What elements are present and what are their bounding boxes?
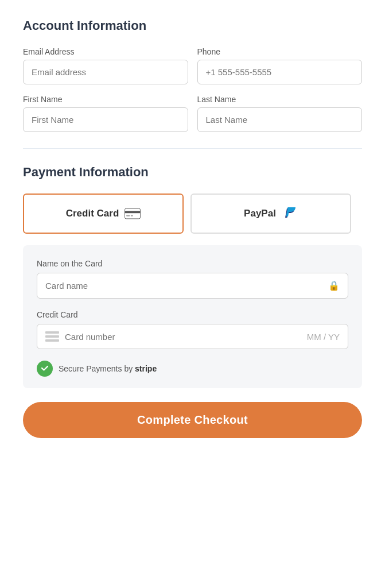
card-name-input-wrapper: 🔒 (37, 273, 348, 299)
card-stripes-icon (45, 331, 59, 342)
email-group: Email Address (23, 47, 188, 84)
paypal-tab-label: PayPal (244, 208, 276, 219)
section-divider (23, 148, 362, 149)
last-name-group: Last Name (197, 95, 363, 132)
payment-tabs: Credit Card PayPal (23, 194, 362, 234)
first-name-input[interactable] (23, 107, 188, 132)
phone-label: Phone (197, 47, 363, 56)
email-input[interactable] (23, 60, 188, 84)
svg-rect-2 (126, 215, 130, 216)
shield-icon (37, 361, 53, 377)
secure-text: Secure Payments by stripe (59, 364, 157, 373)
credit-card-tab-label: Credit Card (66, 208, 119, 219)
card-details-panel: Name on the Card 🔒 Credit Card MM / YY S… (23, 245, 362, 388)
card-stripe-2 (45, 335, 59, 338)
credit-card-tab[interactable]: Credit Card (23, 194, 184, 234)
card-name-input[interactable] (45, 281, 328, 291)
first-name-group: First Name (23, 95, 188, 132)
last-name-input[interactable] (197, 107, 363, 132)
complete-checkout-button[interactable]: Complete Checkout (23, 402, 362, 438)
stripe-brand: stripe (135, 364, 157, 373)
svg-rect-0 (125, 208, 141, 219)
card-number-input[interactable] (65, 332, 301, 342)
card-number-input-wrapper: MM / YY (37, 324, 348, 349)
last-name-label: Last Name (197, 95, 363, 104)
phone-group: Phone (197, 47, 363, 84)
card-name-group: Name on the Card 🔒 (37, 259, 348, 299)
card-stripe-3 (45, 339, 59, 342)
secure-badge: Secure Payments by stripe (37, 361, 348, 377)
phone-input[interactable] (197, 60, 363, 84)
svg-rect-3 (131, 215, 133, 216)
paypal-tab[interactable]: PayPal (190, 194, 351, 234)
name-row: First Name Last Name (23, 95, 362, 132)
lock-icon: 🔒 (328, 280, 340, 291)
svg-rect-1 (125, 211, 141, 213)
card-expiry-placeholder: MM / YY (307, 332, 340, 342)
card-name-label: Name on the Card (37, 259, 348, 268)
paypal-icon (282, 204, 298, 223)
account-section-title: Account Information (23, 18, 362, 33)
payment-section-title: Payment Information (23, 165, 362, 180)
first-name-label: First Name (23, 95, 188, 104)
card-stripe-1 (45, 331, 59, 334)
card-number-group: Credit Card MM / YY (37, 310, 348, 349)
card-number-label: Credit Card (37, 310, 348, 319)
email-phone-row: Email Address Phone (23, 47, 362, 84)
credit-card-icon (125, 208, 141, 219)
email-label: Email Address (23, 47, 188, 56)
